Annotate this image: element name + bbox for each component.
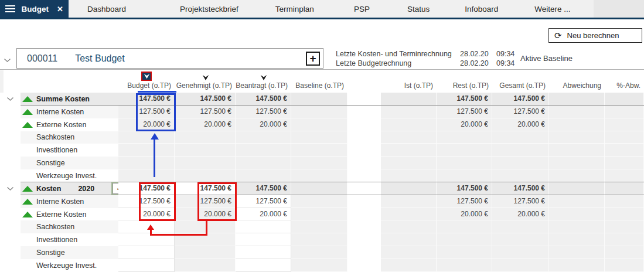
cell-ist [381, 118, 437, 131]
cell-baseline [291, 259, 347, 272]
cell-budget[interactable] [118, 259, 175, 272]
cell-pabw [605, 106, 644, 118]
row-expander-chevron-icon[interactable] [0, 93, 21, 106]
cell-baseline [291, 144, 347, 157]
hamburger-menu-icon[interactable] [5, 5, 15, 12]
cell-rest: 127.500 € [437, 106, 492, 118]
cell-ist [381, 208, 437, 221]
col-header-rest[interactable]: Rest (o.TP) [437, 81, 492, 90]
table-row: Kosten2020✓147.500 €147.500 €147.500 €14… [0, 182, 644, 195]
project-collapse-chevron-icon[interactable] [4, 55, 11, 65]
cell-gesamt: 147.500 € [492, 182, 549, 195]
cell-pabw [605, 220, 644, 233]
row-year: 2020 [78, 185, 94, 193]
cell-budget[interactable] [118, 246, 175, 259]
cell-pabw [605, 208, 644, 221]
col-header-beantragt[interactable]: Beantragt (o.TP) [236, 81, 291, 90]
cell-gesamt: 127.500 € [492, 195, 549, 208]
close-tab-icon[interactable]: ✕ [57, 5, 63, 13]
meta-time: 09:34 [496, 50, 522, 58]
cell-baseline [291, 246, 347, 259]
cell-genehmigt: 20.000 € [175, 118, 236, 131]
cell-beantragt[interactable] [236, 259, 291, 272]
filter-active-icon[interactable] [141, 72, 152, 81]
active-tab-label: Budget [22, 5, 49, 13]
col-header-gap [347, 81, 381, 90]
cell-beantragt [236, 131, 291, 144]
cell-abweichung [549, 259, 605, 272]
tab-bar: Budget ✕ Dashboard Projektsteckbrief Ter… [0, 0, 644, 19]
row-label: Interne Kosten [36, 108, 84, 116]
cell-budget[interactable]: 20.000 € [118, 208, 175, 221]
cell-gap [347, 259, 381, 272]
cell-budget[interactable] [118, 220, 175, 233]
cell-ist [381, 246, 437, 259]
tab-terminplan[interactable]: Terminplan [275, 0, 314, 18]
recalculate-button[interactable]: ⟳ Neu berechnen [548, 28, 642, 43]
cell-pabw [605, 157, 644, 169]
cell-rest: 20.000 € [437, 208, 492, 221]
col-header-gesamt[interactable]: Gesamt (o.TP) [492, 81, 549, 90]
cell-beantragt[interactable]: 20.000 € [236, 208, 291, 221]
row-label: Sachkosten [36, 223, 74, 231]
tab-infoboard[interactable]: Infoboard [465, 0, 498, 18]
col-header-genehmigt[interactable]: Genehmigt (o.TP) [175, 81, 236, 90]
cell-genehmigt [175, 233, 236, 246]
cell-gap [347, 131, 381, 144]
cell-beantragt[interactable]: 147.500 € [236, 182, 291, 195]
row-label-cell: Interne Kosten [0, 195, 118, 208]
cell-pabw [605, 169, 644, 182]
cell-budget[interactable]: 127.500 € [118, 195, 175, 208]
tab-status[interactable]: Status [407, 0, 430, 18]
col-header-ist[interactable]: Ist (o.TP) [381, 81, 437, 90]
row-gutter [0, 118, 21, 131]
cell-beantragt[interactable] [236, 233, 291, 246]
cell-ist [381, 220, 437, 233]
meta-date: 28.02.20 [460, 59, 496, 67]
cell-budget [118, 157, 175, 169]
cell-rest: 20.000 € [437, 118, 492, 131]
cell-gesamt [492, 246, 549, 259]
cell-gap [347, 169, 381, 182]
cell-abweichung [549, 182, 605, 195]
row-label-cell: Sonstige [0, 157, 118, 169]
group-separator [21, 195, 644, 195]
cell-beantragt [236, 157, 291, 169]
col-header-pabw[interactable]: %-Abw. [605, 81, 644, 90]
table-row: Interne Kosten127.500 €127.500 €127.500 … [0, 106, 644, 118]
row-expander-chevron-icon[interactable] [0, 182, 21, 195]
cell-budget[interactable]: 147.500 € [118, 182, 175, 195]
tab-budget-active[interactable]: Budget ✕ [0, 0, 69, 18]
trend-up-icon [22, 199, 33, 205]
cell-ist [381, 182, 437, 195]
cell-budget[interactable] [118, 233, 175, 246]
col-header-abweichung[interactable]: Abweichung [549, 81, 605, 90]
tab-weitere[interactable]: Weitere ... [534, 0, 570, 18]
table-row: Sachkosten [0, 131, 644, 144]
cell-baseline [291, 106, 347, 118]
row-gutter [0, 106, 21, 118]
cell-beantragt[interactable]: 127.500 € [236, 195, 291, 208]
cell-gap [347, 157, 381, 169]
tab-dashboard[interactable]: Dashboard [87, 0, 126, 18]
row-label-cell: Sachkosten [0, 131, 118, 144]
tab-projektsteckbrief[interactable]: Projektsteckbrief [180, 0, 238, 18]
cell-beantragt[interactable] [236, 246, 291, 259]
cell-pabw [605, 233, 644, 246]
row-label: Summe Kosten [36, 95, 90, 103]
add-button[interactable]: + [306, 52, 320, 66]
cell-gap [347, 195, 381, 208]
col-header-baseline[interactable]: Baseline (o.TP) [291, 81, 347, 90]
cell-abweichung [549, 106, 605, 118]
table-row: Sachkosten [0, 220, 644, 233]
tab-psp[interactable]: PSP [354, 0, 370, 18]
cell-gap [347, 182, 381, 195]
col-header-budget[interactable]: Budget (o.TP) [118, 81, 175, 90]
cell-beantragt[interactable] [236, 220, 291, 233]
cell-baseline [291, 195, 347, 208]
cell-gap [347, 93, 381, 106]
row-gutter [0, 195, 21, 208]
cell-beantragt: 147.500 € [236, 93, 291, 106]
cell-baseline [291, 157, 347, 169]
cell-gesamt [492, 131, 549, 144]
